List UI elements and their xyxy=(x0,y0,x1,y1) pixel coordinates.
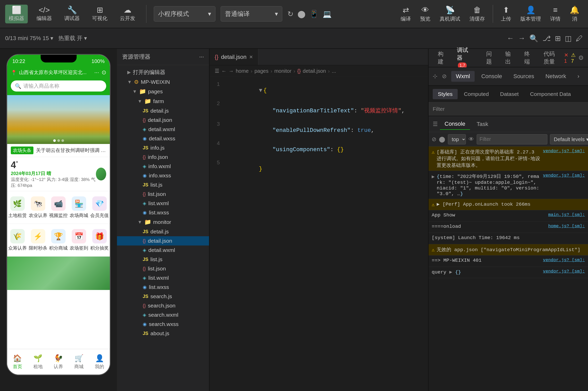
farm-info-wxml[interactable]: ◈ info.wxml xyxy=(117,162,209,171)
menu-item-vip[interactable]: 💎 会员充值 xyxy=(89,194,110,221)
farm-detail-json[interactable]: {} detail.json xyxy=(117,115,209,125)
styles-tab-styles[interactable]: Styles xyxy=(433,89,458,99)
farm-detail-js[interactable]: JS detail.js xyxy=(117,106,209,115)
devtools-tab-issues[interactable]: 问题 xyxy=(481,48,498,68)
monitor-list-wxml[interactable]: ◈ list.wxml xyxy=(117,273,209,283)
nav-forward-icon[interactable]: → xyxy=(518,34,525,42)
console-eye-icon[interactable]: 👁 xyxy=(468,136,474,143)
devtools-tab-network[interactable]: Network xyxy=(541,71,571,82)
monitor-detail-js[interactable]: JS detail.js xyxy=(117,227,209,236)
farm-info-wxss[interactable]: ◉ info.wxss xyxy=(117,171,209,180)
devtools-tab-sources[interactable]: Sources xyxy=(509,71,539,82)
farm-detail-wxss[interactable]: ◉ detail.wxss xyxy=(117,134,209,143)
console-stop-icon[interactable]: ⬤ xyxy=(439,136,445,143)
console-tab-task[interactable]: Task xyxy=(472,119,493,130)
cloud-btn[interactable]: ☁ 云开发 xyxy=(116,5,139,23)
details-btn[interactable]: ≡ 详情 xyxy=(547,4,564,24)
farm-list-wxss[interactable]: ◉ list.wxss xyxy=(117,208,209,217)
realtest-btn[interactable]: 📡 真机调试 xyxy=(436,4,464,24)
menu-item-flash[interactable]: ⚡ 限时秒杀 xyxy=(28,226,48,254)
farm-list-wxml[interactable]: ◈ list.wxml xyxy=(117,199,209,208)
tablet-icon[interactable]: 💻 xyxy=(323,10,332,18)
compile-dropdown[interactable]: 普通编译 ▾ xyxy=(221,6,282,22)
console-tab-menu-icon[interactable]: ☰ xyxy=(433,121,438,128)
monitor-search-wxss[interactable]: ◉ search.wxss xyxy=(117,320,209,329)
console-msg-source-2[interactable]: vendor.js?_[sm]: xyxy=(543,173,585,178)
devtools-tab-quality[interactable]: 代码质量 xyxy=(538,48,562,68)
more-btn[interactable]: 🔔 消 xyxy=(566,4,583,24)
menu-item-lottery[interactable]: 🎁 积分抽奖 xyxy=(89,226,110,254)
menu-item-land[interactable]: 🌿 土地租赁 xyxy=(7,194,28,221)
editor-tab-close-btn[interactable]: ✕ xyxy=(249,54,253,60)
tab-home[interactable]: 🏠 首页 xyxy=(7,354,28,370)
search2-icon[interactable]: 🔍 xyxy=(529,34,538,43)
file-panel-more-icon[interactable]: ··· xyxy=(199,53,204,60)
monitor-detail-json[interactable]: {} detail.json xyxy=(117,236,209,245)
phone-icon[interactable]: 📱 xyxy=(310,10,319,18)
branch-icon[interactable]: ⎇ xyxy=(542,34,551,43)
grid-icon[interactable]: ⊞ xyxy=(555,34,561,43)
tab-store[interactable]: 🛒 商城 xyxy=(69,354,89,370)
version-btn[interactable]: 👤 版本管理 xyxy=(517,4,545,24)
console-msg-source-1[interactable]: vendor.js?_[sm]: xyxy=(543,149,585,153)
console-msg-source-4[interactable]: main.js?_[sm]: xyxy=(548,212,585,217)
breadcrumb-back-icon[interactable]: ← xyxy=(221,68,227,74)
phone-search-input[interactable]: 🔍 请输入商品名称 xyxy=(11,80,106,92)
console-clear-icon[interactable]: ⊘ xyxy=(432,136,436,143)
styles-tab-computed[interactable]: Computed xyxy=(459,89,494,99)
clearcache-btn[interactable]: 🗑 清缓存 xyxy=(466,4,489,24)
console-filter-input[interactable] xyxy=(477,134,547,144)
devtools-tab-wxml[interactable]: Wxml xyxy=(451,71,475,82)
farm-detail-wxml[interactable]: ◈ detail.wxml xyxy=(117,125,209,134)
forbidden-icon[interactable]: ⊘ xyxy=(442,73,447,80)
debug-btn[interactable]: 🔧 调试器 xyxy=(61,5,83,23)
simulator-btn[interactable]: ⬜ 模拟器 xyxy=(5,5,28,23)
breadcrumb-forward-icon[interactable]: → xyxy=(229,68,234,74)
pages-folder[interactable]: ▼ 📁 pages xyxy=(117,87,209,96)
console-levels-select[interactable]: Default levels ▾ xyxy=(550,134,588,144)
stop-icon[interactable]: ⬤ xyxy=(297,10,305,18)
element-picker-icon[interactable]: ⊹ xyxy=(433,73,437,80)
monitor-search-json[interactable]: {} search.json xyxy=(117,301,209,310)
menu-item-points[interactable]: 🏆 积分商城 xyxy=(48,226,69,254)
farm-list-js[interactable]: JS list.js xyxy=(117,180,209,189)
menu-item-video[interactable]: 📹 视频监控 xyxy=(48,194,69,221)
tab-adopt[interactable]: 🐓 认养 xyxy=(48,354,69,370)
mp-weixin-section[interactable]: ▼ ⚙ MP-WEIXIN xyxy=(117,77,209,87)
nav-back-icon[interactable]: ← xyxy=(507,34,514,42)
mode-dropdown[interactable]: 小程序模式 ▾ xyxy=(154,6,215,22)
expand-icon-1[interactable]: ▶ xyxy=(432,174,435,180)
editor-tab-detail-json[interactable]: {} detail.json ✕ xyxy=(210,49,258,65)
styles-tab-component-data[interactable]: Component Data xyxy=(525,89,576,99)
devtools-tab-more[interactable]: › xyxy=(573,71,584,82)
farm-info-js[interactable]: JS info.js xyxy=(117,143,209,152)
more-icon2[interactable]: ··· xyxy=(94,69,99,76)
monitor-detail-wxml[interactable]: ◈ detail.wxml xyxy=(117,245,209,255)
farm-folder[interactable]: ▼ 📁 farm xyxy=(117,96,209,106)
devtools-tab-terminal[interactable]: 终端 xyxy=(519,48,536,68)
code-editor[interactable]: 1 ▼{ 2 "navigationBarTitleText": "视频监控详情… xyxy=(210,77,428,391)
console-msg-source-5[interactable]: home.js?_[sm]: xyxy=(548,224,585,229)
visual-btn[interactable]: ⊞ 可视化 xyxy=(88,5,111,23)
menu-item-farming[interactable]: 🐄 农业认养 xyxy=(28,194,48,221)
monitor-folder[interactable]: ▼ 📁 monitor xyxy=(117,217,209,227)
farm-list-json[interactable]: {} list.json xyxy=(117,189,209,199)
open-editors-section[interactable]: ▶ 打开的编辑器 xyxy=(117,67,209,77)
console-context-select[interactable]: top xyxy=(448,134,466,144)
menu-item-checkin[interactable]: 📅 农场签到 xyxy=(69,226,89,254)
monitor-list-js[interactable]: JS list.js xyxy=(117,255,209,264)
devtools-settings-icon[interactable]: ⚙ xyxy=(578,54,584,61)
tool-icon[interactable]: 🖊 xyxy=(576,34,583,43)
styles-tab-dataset[interactable]: Dataset xyxy=(495,89,524,99)
tab-profile[interactable]: 👤 我的 xyxy=(89,354,110,370)
devtools-tab-build[interactable]: 构建 xyxy=(433,48,450,68)
menu-item-crowdfund[interactable]: 🌾 众筹认养 xyxy=(7,226,28,254)
monitor-search-wxml[interactable]: ◈ search.wxml xyxy=(117,310,209,320)
scan-icon[interactable]: ⊙ xyxy=(102,69,106,76)
monitor-search-js[interactable]: JS search.js xyxy=(117,292,209,301)
devtools-tab-output[interactable]: 输出 xyxy=(500,48,517,68)
console-msg-source-8[interactable]: vendor.js?_[sm]: xyxy=(543,258,585,262)
editor-btn[interactable]: </> 编辑器 xyxy=(33,5,56,23)
monitor-list-json[interactable]: {} list.json xyxy=(117,264,209,273)
upload-btn[interactable]: ⬆ 上传 xyxy=(497,4,515,24)
